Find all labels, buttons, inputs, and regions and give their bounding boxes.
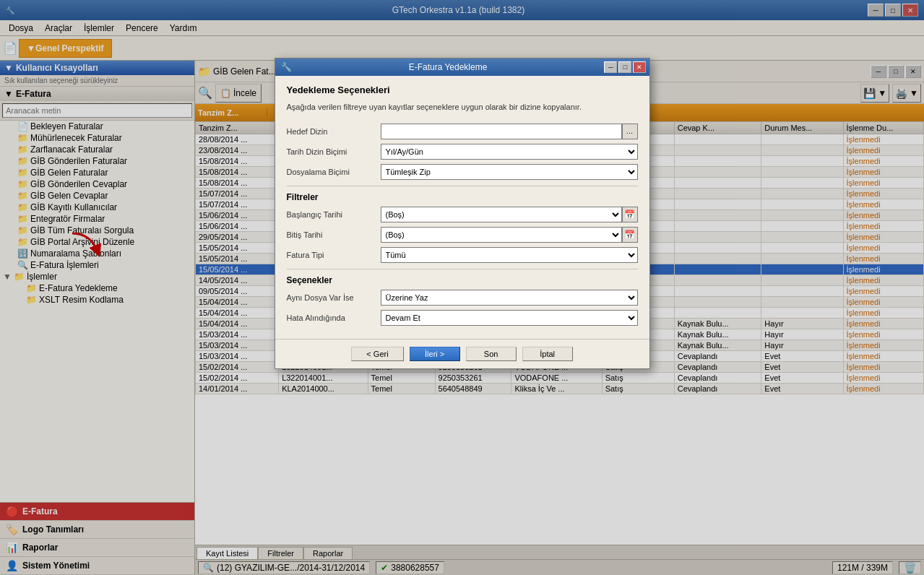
baslangic-row: Başlangıç Tarihi (Boş) 📅 [287,207,638,222]
hedef-dizin-label: Hedef Dizin [287,127,381,136]
modal-close-btn[interactable]: ✕ [633,61,646,73]
fatura-tipi-select[interactable]: Tümü Temel Ticari [381,247,638,263]
son-button[interactable]: Son [466,347,517,361]
hata-row: Hata Alındığında Devam Et Dur [287,310,638,326]
hedef-dizin-input[interactable] [381,124,622,139]
modal-minimize-btn[interactable]: ─ [604,61,617,73]
modal-title: E-Fatura Yedekleme [409,62,488,72]
bitis-cal-btn[interactable]: 📅 [622,227,638,243]
dosyalama-select[interactable]: Tümleşik Zip Ayrı Dosya Klasör [381,164,638,180]
modal-description: Aşağıda verilen filtreye uyan kayıtlar s… [287,101,638,113]
filtreler-title: Filtreler [287,192,638,202]
modal-controls: ─ □ ✕ [604,61,646,73]
baslangic-select[interactable]: (Boş) [381,207,622,222]
bitis-row: Bitiş Tarihi (Boş) 📅 [287,227,638,243]
fatura-tipi-label: Fatura Tipi [287,251,381,259]
dosyalama-row: Dosyalama Biçimi Tümleşik Zip Ayrı Dosya… [287,164,638,180]
secenekler-title: Seçenekler [287,275,638,285]
ileri-button[interactable]: İleri > [410,347,460,361]
tarih-bicimi-select[interactable]: Yıl/Ay/Gün Gün/Ay/Yıl Ay/Gün/Yıl [381,144,638,160]
geri-button[interactable]: < Geri [351,347,403,361]
bitis-label: Bitiş Tarihi [287,230,381,239]
divider-2 [287,269,638,269]
baslangic-label: Başlangıç Tarihi [287,210,381,219]
baslangic-cal-btn[interactable]: 📅 [622,207,638,222]
fatura-tipi-row: Fatura Tipi Tümü Temel Ticari [287,247,638,263]
modal-restore-btn[interactable]: □ [618,61,631,73]
modal-title-bar: 🔧 E-Fatura Yedekleme ─ □ ✕ [275,59,649,76]
modal-footer: < Geri İleri > Son İptal [275,339,649,368]
bitis-select[interactable]: (Boş) [381,227,622,243]
hedef-dizin-field: … [381,124,638,139]
modal-body: Yedekleme Seçenekleri Aşağıda verilen fi… [275,76,649,339]
modal-efatura-yedekleme: 🔧 E-Fatura Yedekleme ─ □ ✕ Yedekleme Seç… [275,58,650,369]
hedef-dizin-browse-btn[interactable]: … [622,124,638,139]
ayni-dosya-row: Aynı Dosya Var İse Üzerine Yaz Atla Hata… [287,290,638,306]
modal-section-title: Yedekleme Seçenekleri [287,85,638,95]
ayni-dosya-label: Aynı Dosya Var İse [287,293,381,302]
bitis-field: (Boş) 📅 [381,227,638,243]
divider-1 [287,186,638,186]
hata-label: Hata Alındığında [287,314,381,322]
modal-overlay: 🔧 E-Fatura Yedekleme ─ □ ✕ Yedekleme Seç… [0,0,924,575]
baslangic-field: (Boş) 📅 [381,207,638,222]
tarih-bicimi-row: Tarih Dizin Biçimi Yıl/Ay/Gün Gün/Ay/Yıl… [287,144,638,160]
ayni-dosya-select[interactable]: Üzerine Yaz Atla Hata Ver [381,290,638,306]
tarih-bicimi-label: Tarih Dizin Biçimi [287,147,381,156]
hedef-dizin-row: Hedef Dizin … [287,124,638,139]
dosyalama-label: Dosyalama Biçimi [287,168,381,176]
iptal-button[interactable]: İptal [522,347,573,361]
hata-select[interactable]: Devam Et Dur [381,310,638,326]
